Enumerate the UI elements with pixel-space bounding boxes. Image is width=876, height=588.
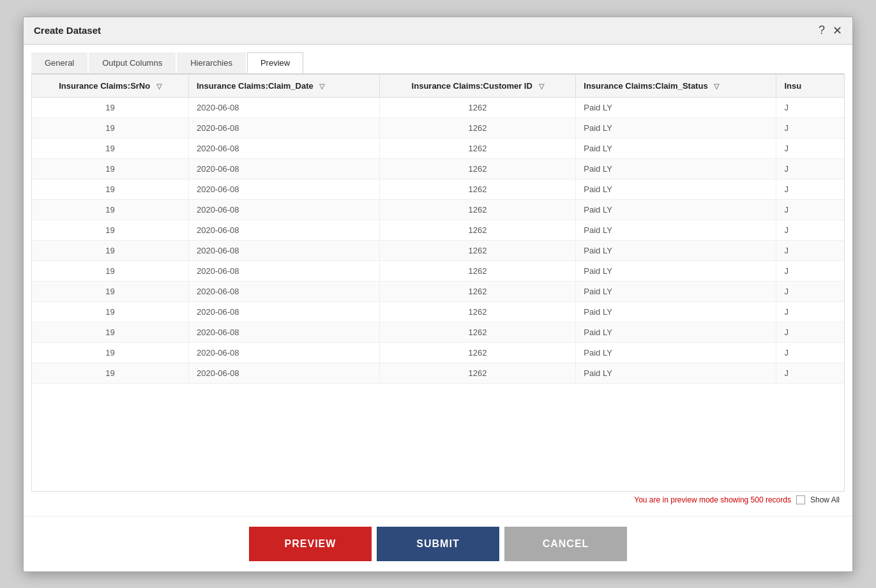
cell-srno: 19 xyxy=(32,363,188,383)
preview-table: Insurance Claims:SrNo ▽ Insurance Claims… xyxy=(32,75,844,384)
table-row: 19 2020-06-08 1262 Paid LY J xyxy=(32,220,844,240)
table-row: 19 2020-06-08 1262 Paid LY J xyxy=(32,301,844,322)
cell-srno: 19 xyxy=(32,301,188,322)
cell-status: Paid LY xyxy=(576,199,776,220)
cell-date: 2020-06-08 xyxy=(188,301,379,322)
close-icon[interactable]: ✕ xyxy=(833,24,842,38)
cell-last: J xyxy=(776,240,844,260)
cell-srno: 19 xyxy=(32,240,188,260)
cell-custid: 1262 xyxy=(379,301,575,322)
cell-status: Paid LY xyxy=(576,281,776,301)
cell-custid: 1262 xyxy=(379,281,575,301)
cell-status: Paid LY xyxy=(576,363,776,383)
filter-icon-status[interactable]: ▽ xyxy=(714,82,719,90)
cell-last: J xyxy=(776,158,844,179)
show-all-checkbox[interactable] xyxy=(796,495,805,504)
cell-srno: 19 xyxy=(32,199,188,220)
status-bar: You are in preview mode showing 500 reco… xyxy=(31,492,845,508)
cell-status: Paid LY xyxy=(576,260,776,281)
cancel-button[interactable]: CANCEL xyxy=(504,527,627,561)
table-row: 19 2020-06-08 1262 Paid LY J xyxy=(32,322,844,342)
cell-date: 2020-06-08 xyxy=(188,322,379,342)
col-header-custid: Insurance Claims:Customer ID ▽ xyxy=(379,75,575,98)
cell-date: 2020-06-08 xyxy=(188,158,379,179)
cell-last: J xyxy=(776,199,844,220)
preview-table-container[interactable]: Insurance Claims:SrNo ▽ Insurance Claims… xyxy=(31,74,845,492)
cell-last: J xyxy=(776,97,844,117)
dialog-title: Create Dataset xyxy=(34,25,101,36)
table-row: 19 2020-06-08 1262 Paid LY J xyxy=(32,158,844,179)
table-row: 19 2020-06-08 1262 Paid LY J xyxy=(32,97,844,117)
cell-last: J xyxy=(776,260,844,281)
cell-custid: 1262 xyxy=(379,158,575,179)
cell-last: J xyxy=(776,138,844,158)
show-all-label: Show All xyxy=(810,495,840,504)
col-header-last: Insu xyxy=(776,75,844,98)
create-dataset-dialog: Create Dataset ? ✕ General Output Column… xyxy=(23,17,853,572)
cell-srno: 19 xyxy=(32,179,188,199)
cell-custid: 1262 xyxy=(379,117,575,138)
cell-status: Paid LY xyxy=(576,322,776,342)
cell-last: J xyxy=(776,342,844,363)
cell-last: J xyxy=(776,117,844,138)
cell-date: 2020-06-08 xyxy=(188,281,379,301)
col-header-srno: Insurance Claims:SrNo ▽ xyxy=(32,75,188,98)
table-row: 19 2020-06-08 1262 Paid LY J xyxy=(32,179,844,199)
tab-general[interactable]: General xyxy=(31,52,87,73)
tab-output-columns[interactable]: Output Columns xyxy=(89,52,176,73)
filter-icon-srno[interactable]: ▽ xyxy=(156,82,162,90)
cell-srno: 19 xyxy=(32,158,188,179)
cell-srno: 19 xyxy=(32,117,188,138)
cell-last: J xyxy=(776,322,844,342)
submit-button[interactable]: SUBMIT xyxy=(377,527,499,561)
dialog-body: General Output Columns Hierarchies Previ… xyxy=(24,45,852,516)
cell-date: 2020-06-08 xyxy=(188,138,379,158)
cell-last: J xyxy=(776,301,844,322)
cell-srno: 19 xyxy=(32,342,188,363)
cell-custid: 1262 xyxy=(379,97,575,117)
cell-custid: 1262 xyxy=(379,240,575,260)
cell-status: Paid LY xyxy=(576,342,776,363)
cell-last: J xyxy=(776,281,844,301)
dialog-header: Create Dataset ? ✕ xyxy=(24,17,852,45)
cell-status: Paid LY xyxy=(576,240,776,260)
cell-status: Paid LY xyxy=(576,220,776,240)
tab-bar: General Output Columns Hierarchies Previ… xyxy=(31,52,845,74)
help-icon[interactable]: ? xyxy=(819,24,825,37)
cell-custid: 1262 xyxy=(379,199,575,220)
preview-button[interactable]: PREVIEW xyxy=(249,527,372,561)
tab-preview[interactable]: Preview xyxy=(247,52,303,73)
cell-status: Paid LY xyxy=(576,97,776,117)
col-header-date: Insurance Claims:Claim_Date ▽ xyxy=(188,75,379,98)
cell-last: J xyxy=(776,220,844,240)
cell-custid: 1262 xyxy=(379,260,575,281)
cell-srno: 19 xyxy=(32,220,188,240)
cell-date: 2020-06-08 xyxy=(188,342,379,363)
cell-status: Paid LY xyxy=(576,301,776,322)
table-row: 19 2020-06-08 1262 Paid LY J xyxy=(32,260,844,281)
cell-custid: 1262 xyxy=(379,179,575,199)
cell-date: 2020-06-08 xyxy=(188,240,379,260)
cell-srno: 19 xyxy=(32,322,188,342)
cell-date: 2020-06-08 xyxy=(188,220,379,240)
cell-custid: 1262 xyxy=(379,322,575,342)
table-row: 19 2020-06-08 1262 Paid LY J xyxy=(32,281,844,301)
tab-hierarchies[interactable]: Hierarchies xyxy=(177,52,246,73)
cell-date: 2020-06-08 xyxy=(188,363,379,383)
table-row: 19 2020-06-08 1262 Paid LY J xyxy=(32,342,844,363)
preview-note: You are in preview mode showing 500 reco… xyxy=(634,495,791,504)
table-row: 19 2020-06-08 1262 Paid LY J xyxy=(32,363,844,383)
cell-custid: 1262 xyxy=(379,363,575,383)
filter-icon-custid[interactable]: ▽ xyxy=(539,82,544,90)
table-row: 19 2020-06-08 1262 Paid LY J xyxy=(32,240,844,260)
filter-icon-date[interactable]: ▽ xyxy=(319,82,324,90)
cell-date: 2020-06-08 xyxy=(188,199,379,220)
cell-srno: 19 xyxy=(32,281,188,301)
cell-date: 2020-06-08 xyxy=(188,179,379,199)
cell-status: Paid LY xyxy=(576,158,776,179)
table-row: 19 2020-06-08 1262 Paid LY J xyxy=(32,138,844,158)
cell-status: Paid LY xyxy=(576,179,776,199)
cell-srno: 19 xyxy=(32,138,188,158)
cell-custid: 1262 xyxy=(379,342,575,363)
cell-custid: 1262 xyxy=(379,220,575,240)
